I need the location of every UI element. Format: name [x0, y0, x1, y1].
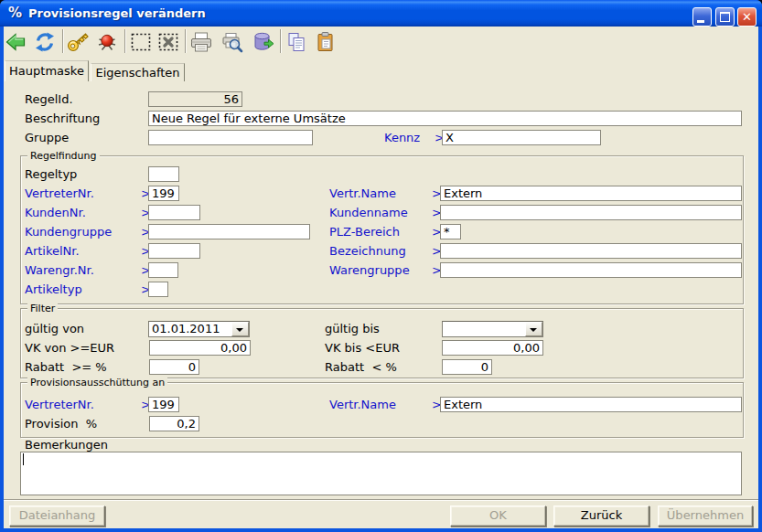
ausschuettung-vertreternr-label: VertreterNr. [25, 398, 94, 412]
kundengruppe-field[interactable] [148, 224, 310, 239]
beschriftung-field[interactable]: Neue Regel für externe Umsätze [148, 111, 742, 126]
kennz-label: Kennz [384, 131, 420, 145]
bezeichnung-field[interactable] [440, 243, 742, 259]
dialog-body: Hauptmaske Eigenschaften RegelId. 56 Bes… [4, 27, 758, 528]
regelfindung-title: Regelfindung [27, 150, 100, 162]
artikeltyp-field[interactable] [148, 282, 168, 297]
warengrnr-field[interactable] [148, 262, 178, 278]
provision-label: Provision % [25, 417, 97, 431]
ok-button[interactable]: OK [450, 505, 546, 527]
bemerkungen-textarea[interactable] [20, 452, 742, 495]
regeltyp-label: Regeltyp [25, 167, 77, 182]
clear-selection-icon[interactable] [157, 31, 179, 53]
vertrname-field[interactable]: Extern [440, 186, 742, 201]
back-icon[interactable] [5, 31, 27, 53]
bezeichnung-label: Bezeichnung [329, 244, 406, 259]
gueltig-von-combobox[interactable]: 01.01.2011 [148, 321, 250, 337]
dateianhang-button[interactable]: Dateianhang [9, 505, 105, 527]
regelid-field: 56 [148, 91, 242, 107]
zurueck-button[interactable]: Zurück [553, 505, 649, 527]
rabatt-bis-field[interactable]: 0 [442, 359, 492, 375]
artikeltyp-label: Artikeltyp [25, 282, 82, 297]
rabatt-von-label: Rabatt >= % [25, 360, 107, 375]
plzbereich-label: PLZ-Bereich [329, 225, 400, 239]
regeltyp-field[interactable] [148, 166, 179, 182]
artikelnr-label: ArtikelNr. [25, 244, 80, 259]
key-icon[interactable] [67, 31, 89, 53]
select-rect-icon[interactable] [130, 31, 152, 53]
ausschuettung-vertrname-label: Vertr.Name [329, 398, 396, 412]
spider-icon[interactable] [96, 31, 118, 53]
dropdown-arrow-icon[interactable] [231, 322, 249, 336]
vertreternr-field[interactable]: 199 [148, 186, 179, 201]
kundenname-label: Kundenname [329, 206, 408, 220]
tab-eigenschaften-label: Eigenschaften [95, 66, 179, 80]
vk-von-label: VK von >=EUR [25, 341, 114, 356]
vk-bis-label: VK bis <EUR [325, 341, 400, 356]
window-icon: % [8, 5, 25, 21]
vk-von-field[interactable]: 0,00 [149, 340, 251, 356]
tab-hauptmaske[interactable]: Hauptmaske [5, 60, 89, 81]
regelid-label: RegelId. [25, 92, 73, 107]
kundennr-field[interactable] [148, 205, 200, 220]
maximize-button[interactable] [715, 7, 735, 27]
gueltig-bis-label: gültig bis [325, 322, 380, 336]
print-preview-icon[interactable] [221, 31, 243, 53]
paste-icon[interactable] [315, 31, 337, 53]
kundenname-field[interactable] [440, 205, 742, 220]
gruppe-field[interactable] [148, 130, 313, 145]
print-icon[interactable] [190, 31, 212, 53]
bottom-separator [4, 499, 758, 501]
kennz-field[interactable]: X [442, 130, 601, 145]
vertreternr-label: VertreterNr. [25, 186, 94, 201]
plzbereich-field[interactable]: * [440, 224, 461, 239]
bemerkungen-label: Bemerkungen [25, 438, 108, 452]
dialog-window: % Provisionsregel verändern [0, 0, 762, 532]
vk-bis-field[interactable]: 0,00 [442, 340, 543, 356]
warengruppe-field[interactable] [440, 262, 742, 278]
close-button[interactable] [737, 7, 757, 27]
artikelnr-field[interactable] [148, 243, 200, 259]
tab-hauptmaske-label: Hauptmaske [9, 64, 84, 78]
kundengruppe-label: Kundengruppe [25, 225, 112, 239]
uebernehmen-button[interactable]: Übernehmen [658, 505, 753, 527]
gruppe-label: Gruppe [25, 131, 69, 145]
gueltig-bis-combobox[interactable] [442, 321, 543, 337]
warengrnr-label: Warengr.Nr. [25, 263, 94, 278]
window-title: Provisionsregel verändern [28, 6, 206, 21]
text-caret [23, 453, 24, 465]
rabatt-bis-label: Rabatt < % [325, 360, 397, 375]
ausschuettung-title: Provisionsausschüttung an [27, 377, 167, 388]
vertrname-label: Vertr.Name [329, 186, 396, 201]
dropdown-arrow-icon[interactable] [525, 322, 542, 336]
copy-icon[interactable] [285, 31, 307, 53]
ausschuettung-vertreternr-field[interactable]: 199 [148, 397, 179, 412]
refresh-icon[interactable] [34, 31, 56, 53]
beschriftung-label: Beschriftung [25, 112, 100, 126]
ausschuettung-vertrname-field[interactable]: Extern [440, 397, 742, 412]
gueltig-von-label: gültig von [25, 322, 84, 336]
rabatt-von-field[interactable]: 0 [149, 359, 199, 375]
toolbar-separator [124, 29, 126, 53]
provision-field[interactable]: 0,2 [149, 416, 199, 431]
toolbar-separator [185, 29, 187, 53]
filter-title: Filter [27, 303, 58, 314]
warengruppe-label: Warengruppe [329, 263, 410, 278]
minimize-button[interactable] [692, 7, 712, 27]
tab-eigenschaften[interactable]: Eigenschaften [91, 63, 185, 81]
export-database-icon[interactable] [252, 31, 274, 53]
kundennr-label: KundenNr. [25, 206, 86, 220]
titlebar: % Provisionsregel verändern [0, 0, 762, 27]
toolbar-separator [62, 29, 64, 53]
gueltig-von-value: 01.01.2011 [152, 322, 220, 335]
toolbar-separator [280, 29, 282, 53]
